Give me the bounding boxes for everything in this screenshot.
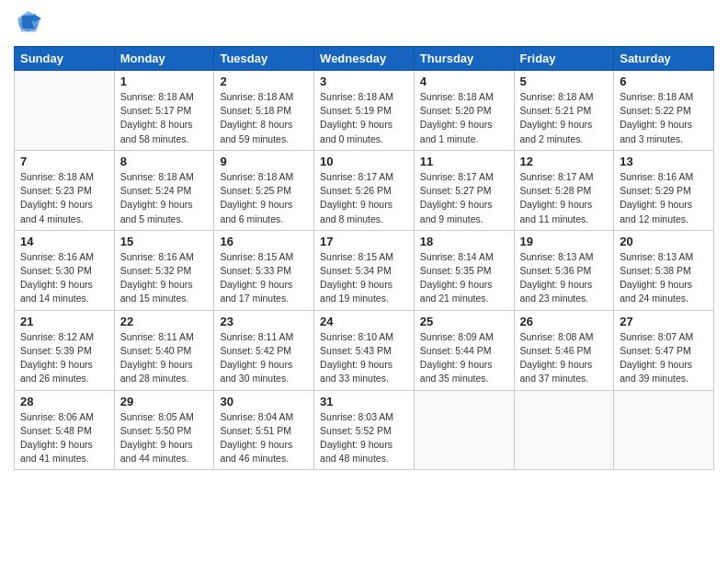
day-info: Sunrise: 8:07 AMSunset: 5:47 PMDaylight:… (620, 330, 708, 386)
calendar-week-row: 28Sunrise: 8:06 AMSunset: 5:48 PMDayligh… (15, 390, 714, 470)
day-info: Sunrise: 8:17 AMSunset: 5:28 PMDaylight:… (520, 170, 609, 226)
day-number: 5 (520, 75, 609, 88)
day-info: Sunrise: 8:18 AMSunset: 5:19 PMDaylight:… (320, 90, 408, 146)
calendar-cell: 7Sunrise: 8:18 AMSunset: 5:23 PMDaylight… (15, 150, 115, 230)
day-number: 24 (320, 315, 408, 328)
day-info: Sunrise: 8:15 AMSunset: 5:34 PMDaylight:… (320, 250, 408, 306)
day-info: Sunrise: 8:03 AMSunset: 5:52 PMDaylight:… (320, 410, 408, 466)
day-number: 8 (120, 155, 209, 168)
calendar-cell: 3Sunrise: 8:18 AMSunset: 5:19 PMDaylight… (314, 71, 415, 151)
day-of-week-header: Tuesday (214, 47, 314, 71)
calendar-cell: 5Sunrise: 8:18 AMSunset: 5:21 PMDaylight… (514, 71, 614, 151)
day-number: 11 (420, 155, 508, 168)
day-number: 2 (220, 75, 308, 88)
day-info: Sunrise: 8:16 AMSunset: 5:30 PMDaylight:… (20, 250, 108, 306)
calendar-cell: 6Sunrise: 8:18 AMSunset: 5:22 PMDaylight… (614, 71, 714, 151)
calendar-cell: 25Sunrise: 8:09 AMSunset: 5:44 PMDayligh… (414, 310, 514, 390)
day-info: Sunrise: 8:13 AMSunset: 5:38 PMDaylight:… (620, 250, 708, 306)
calendar-cell: 15Sunrise: 8:16 AMSunset: 5:32 PMDayligh… (114, 230, 214, 310)
day-number: 18 (420, 235, 508, 248)
day-number: 6 (620, 75, 708, 88)
day-number: 29 (120, 395, 209, 408)
day-number: 27 (620, 315, 708, 328)
calendar-cell: 21Sunrise: 8:12 AMSunset: 5:39 PMDayligh… (15, 310, 115, 390)
calendar-week-row: 21Sunrise: 8:12 AMSunset: 5:39 PMDayligh… (15, 310, 714, 390)
day-number: 20 (620, 235, 708, 248)
calendar-cell: 12Sunrise: 8:17 AMSunset: 5:28 PMDayligh… (514, 150, 614, 230)
day-info: Sunrise: 8:18 AMSunset: 5:17 PMDaylight:… (120, 90, 209, 146)
day-number: 14 (20, 235, 108, 248)
calendar-cell: 13Sunrise: 8:16 AMSunset: 5:29 PMDayligh… (614, 150, 714, 230)
day-info: Sunrise: 8:06 AMSunset: 5:48 PMDaylight:… (20, 410, 108, 466)
day-number: 30 (220, 395, 308, 408)
day-number: 13 (620, 155, 708, 168)
calendar-cell (15, 71, 115, 151)
calendar-cell: 31Sunrise: 8:03 AMSunset: 5:52 PMDayligh… (314, 390, 415, 470)
day-number: 23 (220, 315, 308, 328)
day-info: Sunrise: 8:14 AMSunset: 5:35 PMDaylight:… (420, 250, 508, 306)
day-number: 19 (520, 235, 609, 248)
day-number: 16 (220, 235, 308, 248)
day-of-week-header: Friday (514, 47, 614, 71)
calendar-cell: 2Sunrise: 8:18 AMSunset: 5:18 PMDaylight… (214, 71, 314, 151)
calendar-cell: 16Sunrise: 8:15 AMSunset: 5:33 PMDayligh… (214, 230, 314, 310)
day-number: 12 (520, 155, 609, 168)
day-info: Sunrise: 8:16 AMSunset: 5:32 PMDaylight:… (120, 250, 209, 306)
day-number: 15 (120, 235, 209, 248)
day-info: Sunrise: 8:18 AMSunset: 5:20 PMDaylight:… (420, 90, 508, 146)
day-number: 26 (520, 315, 609, 328)
calendar-cell: 18Sunrise: 8:14 AMSunset: 5:35 PMDayligh… (414, 230, 514, 310)
day-info: Sunrise: 8:09 AMSunset: 5:44 PMDaylight:… (420, 330, 508, 386)
calendar-cell: 14Sunrise: 8:16 AMSunset: 5:30 PMDayligh… (15, 230, 115, 310)
day-info: Sunrise: 8:18 AMSunset: 5:21 PMDaylight:… (520, 90, 609, 146)
day-of-week-header: Monday (114, 47, 214, 71)
day-of-week-header: Saturday (614, 47, 714, 71)
day-number: 22 (120, 315, 209, 328)
day-info: Sunrise: 8:18 AMSunset: 5:18 PMDaylight:… (220, 90, 308, 146)
calendar-header-row: SundayMondayTuesdayWednesdayThursdayFrid… (15, 47, 714, 71)
day-info: Sunrise: 8:18 AMSunset: 5:25 PMDaylight:… (220, 170, 308, 226)
day-info: Sunrise: 8:12 AMSunset: 5:39 PMDaylight:… (20, 330, 108, 386)
calendar-cell: 20Sunrise: 8:13 AMSunset: 5:38 PMDayligh… (614, 230, 714, 310)
calendar-week-row: 1Sunrise: 8:18 AMSunset: 5:17 PMDaylight… (15, 71, 714, 151)
calendar-cell (614, 390, 714, 470)
day-info: Sunrise: 8:18 AMSunset: 5:22 PMDaylight:… (620, 90, 708, 146)
day-of-week-header: Thursday (414, 47, 514, 71)
calendar-cell: 11Sunrise: 8:17 AMSunset: 5:27 PMDayligh… (414, 150, 514, 230)
day-number: 10 (320, 155, 408, 168)
calendar-cell: 28Sunrise: 8:06 AMSunset: 5:48 PMDayligh… (15, 390, 115, 470)
day-number: 21 (20, 315, 108, 328)
page-header (14, 9, 714, 39)
calendar-cell: 9Sunrise: 8:18 AMSunset: 5:25 PMDaylight… (214, 150, 314, 230)
day-number: 17 (320, 235, 408, 248)
calendar-cell: 22Sunrise: 8:11 AMSunset: 5:40 PMDayligh… (114, 310, 214, 390)
calendar-cell: 23Sunrise: 8:11 AMSunset: 5:42 PMDayligh… (214, 310, 314, 390)
day-info: Sunrise: 8:05 AMSunset: 5:50 PMDaylight:… (120, 410, 209, 466)
calendar-table: SundayMondayTuesdayWednesdayThursdayFrid… (14, 46, 714, 470)
calendar-cell: 10Sunrise: 8:17 AMSunset: 5:26 PMDayligh… (314, 150, 415, 230)
day-info: Sunrise: 8:18 AMSunset: 5:24 PMDaylight:… (120, 170, 209, 226)
day-info: Sunrise: 8:11 AMSunset: 5:42 PMDaylight:… (220, 330, 308, 386)
day-number: 25 (420, 315, 508, 328)
day-number: 1 (120, 75, 209, 88)
day-info: Sunrise: 8:10 AMSunset: 5:43 PMDaylight:… (320, 330, 408, 386)
day-of-week-header: Sunday (15, 47, 115, 71)
calendar-week-row: 14Sunrise: 8:16 AMSunset: 5:30 PMDayligh… (15, 230, 714, 310)
calendar-cell (514, 390, 614, 470)
day-info: Sunrise: 8:11 AMSunset: 5:40 PMDaylight:… (120, 330, 209, 386)
logo-icon (16, 9, 41, 35)
day-info: Sunrise: 8:08 AMSunset: 5:46 PMDaylight:… (520, 330, 609, 386)
calendar-cell: 17Sunrise: 8:15 AMSunset: 5:34 PMDayligh… (314, 230, 415, 310)
calendar-cell (414, 390, 514, 470)
calendar-cell: 24Sunrise: 8:10 AMSunset: 5:43 PMDayligh… (314, 310, 415, 390)
day-number: 7 (20, 155, 108, 168)
day-of-week-header: Wednesday (314, 47, 415, 71)
day-number: 9 (220, 155, 308, 168)
day-info: Sunrise: 8:15 AMSunset: 5:33 PMDaylight:… (220, 250, 308, 306)
day-info: Sunrise: 8:16 AMSunset: 5:29 PMDaylight:… (620, 170, 708, 226)
day-number: 3 (320, 75, 408, 88)
day-info: Sunrise: 8:04 AMSunset: 5:51 PMDaylight:… (220, 410, 308, 466)
day-info: Sunrise: 8:17 AMSunset: 5:27 PMDaylight:… (420, 170, 508, 226)
day-info: Sunrise: 8:17 AMSunset: 5:26 PMDaylight:… (320, 170, 408, 226)
day-number: 28 (20, 395, 108, 408)
